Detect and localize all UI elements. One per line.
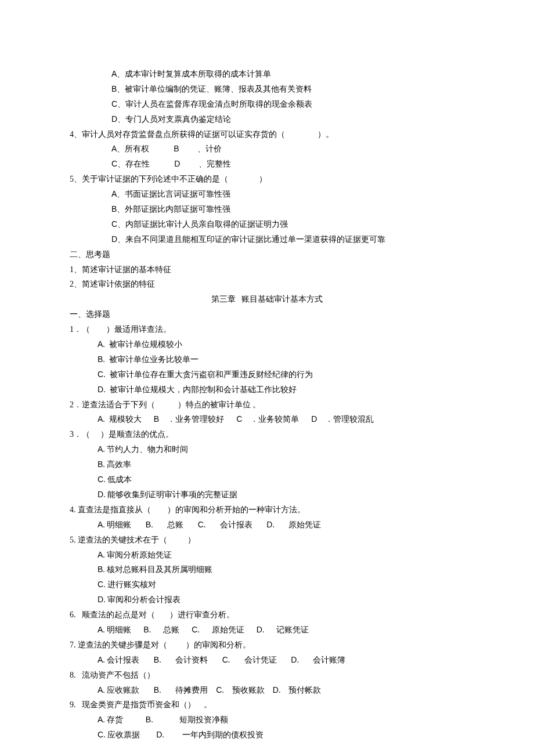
text-line: 7. 逆查法的关键步骤是对（ ）的审阅和分析。 [70, 638, 464, 653]
text-line: C、内部证据比审计人员亲自取得的证据证明力强 [70, 217, 464, 232]
text-line: 4. 直查法是指直接从（ ）的审阅和分析开始的一种审计方法。 [70, 502, 464, 518]
text-line: C、审计人员在监督库存现金清点时所取得的现金余额表 [70, 97, 464, 112]
text-line: A. 规模较大 B ．业务管理较好 C ．业务较简单 D ．管理较混乱 [70, 412, 464, 427]
text-line: A. 节约人力、物力和时间 [70, 442, 464, 457]
text-line: B. 核对总账科目及其所属明细账 [70, 562, 464, 577]
text-line: D. 审阅和分析会计报表 [70, 592, 464, 607]
text-line: C. 应收票据 D. 一年内到期的债权投资 [70, 728, 464, 743]
document-body: A、成本审计时复算成本所取得的成本计算单B、被审计单位编制的凭证、账簿、报表及其… [70, 67, 464, 743]
text-line: 5、关于审计证据的下列论述中不正确的是（ ） [70, 172, 464, 187]
text-line: A. 明细账 B. 总账 C. 原始凭证 D. 记账凭证 [70, 623, 464, 638]
text-line: 一、选择题 [70, 307, 464, 322]
text-line: D. 能够收集到证明审计事项的完整证据 [70, 487, 464, 502]
text-line: A、成本审计时复算成本所取得的成本计算单 [70, 67, 464, 82]
text-line: 5. 逆查法的关键技术在于（ ） [70, 533, 464, 548]
text-line: 6. 顺查法的起点是对（ ）进行审查分析。 [70, 607, 464, 623]
text-line: A. 应收账款 B. 待摊费用 C. 预收账款 D. 预付帐款 [70, 683, 464, 698]
text-line: 3．（ ）是顺查法的优点。 [70, 427, 464, 442]
text-line: B、被审计单位编制的凭证、账簿、报表及其他有关资料 [70, 82, 464, 97]
text-line: A、书面证据比言词证据可靠性强 [70, 187, 464, 202]
text-line: A. 存货 B. 短期投资净额 [70, 712, 464, 728]
text-line: B、外部证据比内部证据可靠性强 [70, 202, 464, 217]
text-line: A. 审阅分析原始凭证 [70, 548, 464, 563]
text-line: D、来自不同渠道且能相互印证的审计证据比通过单一渠道获得的证据更可靠 [70, 232, 464, 247]
text-line: 4、审计人员对存货监督盘点所获得的证据可以证实存货的（ ）。 [70, 127, 464, 142]
text-line: D. 被审计单位规模大，内部控制和会计基础工作比较好 [70, 382, 464, 397]
text-line: C、存在性 D 、完整性 [70, 157, 464, 172]
text-line: C. 低成本 [70, 472, 464, 487]
text-line: 8. 流动资产不包括（） [70, 668, 464, 683]
text-line: B. 高效率 [70, 457, 464, 472]
text-line: 第三章 账目基础审计基本方式 [70, 292, 464, 307]
text-line: 9. 现金类资产是指货币资金和（） 。 [70, 697, 464, 712]
text-line: 1、简述审计证据的基本特征 [70, 262, 464, 277]
text-line: B. 被审计单位业务比较单一 [70, 352, 464, 367]
text-line: A. 明细账 B. 总账 C. 会计报表 D. 原始凭证 [70, 518, 464, 533]
text-line: C. 进行账实核对 [70, 577, 464, 592]
text-line: 1．（ ）最适用详查法。 [70, 322, 464, 337]
text-line: A. 会计报表 B. 会计资料 C. 会计凭证 D. 会计账簿 [70, 653, 464, 668]
text-line: 2、简述审计依据的特征 [70, 277, 464, 292]
text-line: A. 被审计单位规模较小 [70, 337, 464, 352]
text-line: C. 被审计单位存在重大贪污盗窃和严重违反财经纪律的行为 [70, 367, 464, 382]
text-line: A、所有权 B 、计价 [70, 142, 464, 157]
text-line: 二、思考题 [70, 247, 464, 262]
text-line: D、专门人员对支票真伪鉴定结论 [70, 112, 464, 127]
text-line: 2．逆查法适合于下列（ ）特点的被审计单位 。 [70, 397, 464, 413]
